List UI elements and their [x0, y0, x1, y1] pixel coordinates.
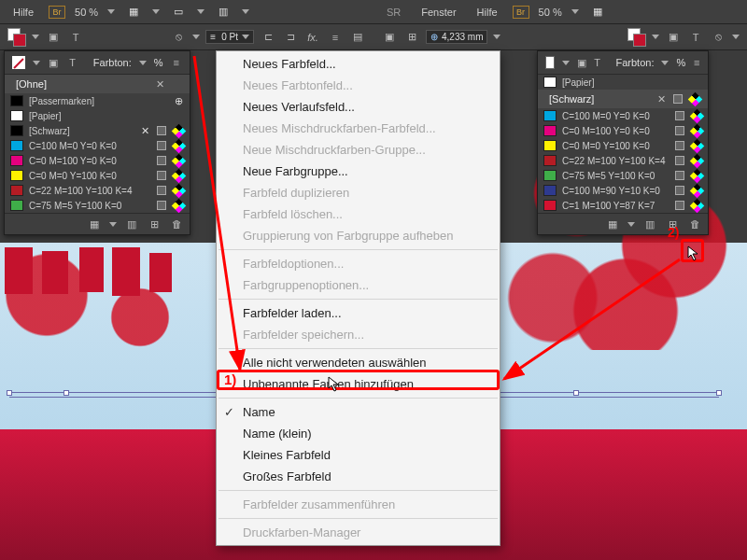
arrange-icon[interactable]: ▥ [214, 5, 233, 20]
container-btn-icon[interactable]: ▣ [48, 55, 59, 70]
container-icon[interactable]: ▣ [45, 29, 62, 46]
zoom-dropdown-icon[interactable] [107, 9, 115, 14]
bridge-icon[interactable]: Br [49, 6, 65, 19]
join-icon[interactable]: ⊐ [282, 29, 299, 46]
show-options-right-icon[interactable]: ▦ [605, 217, 620, 231]
menu-fenster[interactable]: Fenster [416, 4, 461, 21]
menu-item: Farbfeld duplizieren [217, 182, 500, 203]
paper-swatch-icon[interactable] [545, 56, 555, 69]
menu-item[interactable]: Kleines Farbfeld [217, 444, 500, 466]
panel-menu-right-icon[interactable]: ≡ [693, 55, 700, 70]
panel-menu-icon[interactable]: ≡ [171, 55, 182, 70]
delete-swatch-right-icon[interactable]: 🗑 [687, 217, 702, 231]
menu-item[interactable]: Farbfelder laden... [217, 302, 500, 324]
menu-item[interactable]: Neues Verlaufsfeld... [217, 96, 500, 118]
new-group-icon[interactable]: ▥ [124, 217, 139, 231]
menu-hilfe-right[interactable]: Hilfe [472, 4, 503, 21]
fill-stroke-tool[interactable] [7, 28, 26, 47]
swatch-row[interactable]: C=100 M=90 Y=10 K=0 [538, 183, 708, 198]
label-sr: SR [381, 4, 406, 21]
none-swatch-icon[interactable] [12, 56, 25, 69]
menu-separator [218, 348, 498, 349]
container-btn-right-icon[interactable]: ▣ [577, 55, 586, 70]
new-swatch-icon[interactable]: ⊞ [147, 217, 162, 231]
tint-pct-right: % [676, 57, 685, 68]
fill-dropdown-right-icon[interactable] [652, 35, 659, 39]
text-right-icon[interactable]: T [687, 29, 704, 46]
menu-separator [218, 249, 498, 250]
swatches-panel-right: ▣ T Farbton: % ≡ [Papier] [Schwarz] ✕ C=… [537, 50, 709, 235]
width-field[interactable]: ⊕ 4,233 mm [426, 30, 487, 44]
menu-hilfe[interactable]: Hilfe [7, 4, 39, 21]
swatch-row[interactable]: [Passermarken]⊕ [5, 93, 190, 108]
screen-mode-icon[interactable]: ▭ [169, 5, 188, 20]
menu-item[interactable]: Name (klein) [217, 423, 500, 444]
frame-fit-icon[interactable]: ▣ [381, 29, 398, 46]
swatch-row[interactable]: [Papier] [5, 108, 190, 123]
swatch-drop-right-icon[interactable] [562, 61, 570, 65]
new-group-right-icon[interactable]: ▥ [642, 217, 657, 231]
delete-swatch-icon[interactable]: 🗑 [169, 217, 184, 231]
menubar-left: Hilfe Br 50 % ▦ ▭ ▥ [0, 0, 374, 24]
stroke-drop-right-icon[interactable] [732, 35, 740, 39]
stroke-drop-icon[interactable] [192, 35, 200, 39]
ohne-row[interactable]: [Ohne] ✕ [5, 75, 190, 93]
menu-item[interactable]: Neues Farbfeld... [217, 53, 500, 75]
swatch-row[interactable]: C=75 M=5 Y=100 K=0 [5, 198, 190, 213]
schwarz-row[interactable]: [Schwarz] ✕ [538, 90, 708, 108]
text-icon[interactable]: T [67, 29, 84, 46]
tint-pct: % [154, 57, 163, 68]
text-btn-icon[interactable]: T [66, 55, 78, 70]
menu-item[interactable]: Name✓ [217, 401, 500, 423]
screen-dropdown-icon[interactable] [197, 9, 204, 14]
fx-icon[interactable]: fx. [304, 29, 321, 46]
menu-item: Neues Mischdruckfarben-Farbfeld... [217, 118, 500, 139]
zoom-dropdown-right-icon[interactable] [571, 9, 579, 14]
tint-drop-right-icon[interactable] [661, 61, 669, 65]
annotation-num-2: 2) [668, 225, 679, 240]
swatch-row[interactable]: C=0 M=0 Y=100 K=0 [5, 168, 190, 183]
stroke-weight-field[interactable]: ≡ 0 Pt [205, 30, 254, 44]
swatch-row[interactable]: C=1 M=100 Y=87 K=7 [538, 198, 708, 213]
view-dropdown-icon[interactable] [152, 9, 160, 14]
container-right-icon[interactable]: ▣ [665, 29, 682, 46]
show-options-icon[interactable]: ▦ [87, 217, 102, 231]
tint-drop-icon[interactable] [139, 61, 147, 65]
swatch-row[interactable]: [Schwarz]✕ [5, 123, 190, 138]
cap-icon[interactable]: ⊏ [260, 29, 276, 46]
menu-item: Neue Mischdruckfarben-Gruppe... [217, 139, 500, 161]
view-options-icon[interactable]: ▦ [124, 5, 143, 20]
menu-item[interactable]: Großes Farbfeld [217, 466, 500, 487]
menu-item: Farbfelder speichern... [217, 324, 500, 345]
swatch-row[interactable]: C=22 M=100 Y=100 K=4 [538, 153, 708, 168]
annotation-box-1 [217, 370, 500, 390]
fill-stroke-tool-right[interactable] [627, 28, 646, 47]
para-icon[interactable]: ≡ [327, 29, 344, 46]
w-drop-icon[interactable] [493, 35, 500, 39]
bridge-icon-right[interactable]: Br [513, 6, 529, 19]
none-stroke-right-icon[interactable]: ⦸ [710, 29, 726, 46]
menu-item: Farbfelder zusammenführen [217, 494, 500, 515]
papier-row[interactable]: [Papier] [538, 75, 708, 90]
swatch-row[interactable]: C=0 M=100 Y=0 K=0 [5, 153, 190, 168]
none-stroke-icon[interactable]: ⦸ [170, 29, 187, 46]
swatch-drop-icon[interactable] [33, 61, 40, 65]
text-btn-right-icon[interactable]: T [594, 55, 601, 70]
menu-item[interactable]: Neue Farbgruppe... [217, 161, 500, 182]
transform-icon[interactable]: ⊞ [403, 29, 420, 46]
swatch-row[interactable]: C=100 M=0 Y=0 K=0 [5, 138, 190, 153]
view-options-right-icon[interactable]: ▦ [588, 5, 607, 20]
menu-item: Farbfeld löschen... [217, 203, 500, 225]
zoom-level-right[interactable]: 50 % [539, 7, 562, 18]
wrap-icon[interactable]: ▤ [349, 29, 366, 46]
lock-icon: ✕ [139, 125, 150, 136]
swatch-row[interactable]: C=75 M=5 Y=100 K=0 [538, 168, 708, 183]
optionsbar-left: ▣ T ⦸ ≡ 0 Pt ⊏ ⊐ fx. ≡ ▤ [0, 24, 374, 50]
arrange-dropdown-icon[interactable] [242, 9, 249, 14]
swatch-row[interactable]: C=22 M=100 Y=100 K=4 [5, 183, 190, 198]
zoom-level[interactable]: 50 % [75, 7, 98, 18]
swatch-row[interactable]: C=0 M=100 Y=0 K=0 [538, 123, 708, 138]
swatch-row[interactable]: C=0 M=0 Y=100 K=0 [538, 138, 708, 153]
fill-dropdown-icon[interactable] [32, 35, 39, 39]
swatch-row[interactable]: C=100 M=0 Y=0 K=0 [538, 108, 708, 123]
